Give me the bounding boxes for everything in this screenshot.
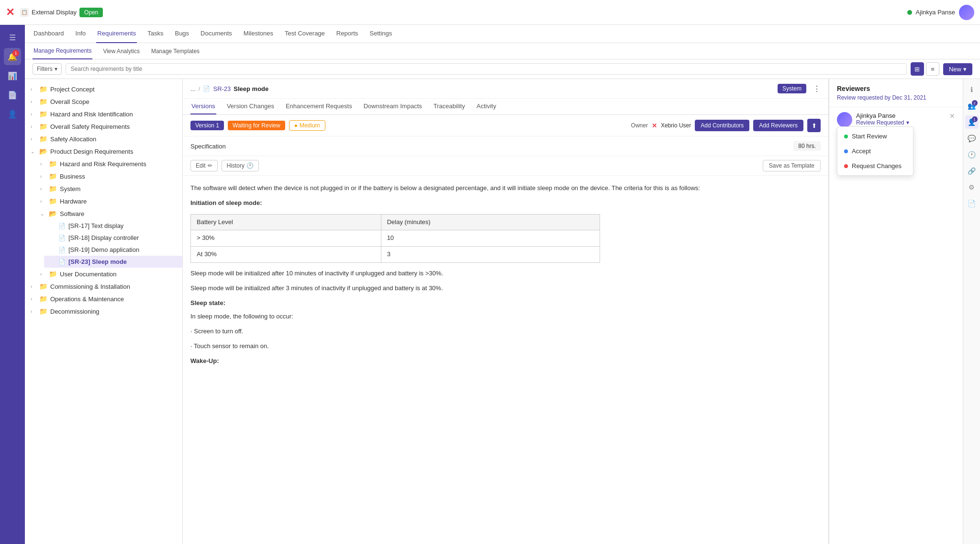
sub-tab-view-analytics[interactable]: View Analytics [102,43,140,59]
tree-item-sr-23[interactable]: 📄 [SR-23] Sleep mode [44,256,182,268]
document-icon[interactable]: 📄 [965,197,979,210]
tree-label: Hazard and Risk Identification [50,111,133,118]
info-icon[interactable]: ℹ [965,83,979,96]
edit-button[interactable]: Edit ✏ [190,160,218,171]
chat-icon[interactable]: 💬 [965,132,979,145]
more-options-icon[interactable]: ⋮ [813,84,821,93]
reviewer-close-button[interactable]: ✕ [949,112,955,120]
reviewer-active-icon[interactable]: 👤 1 [965,115,979,129]
dropdown-item-start-review[interactable]: Start Review [837,129,913,144]
doc-icon: 📄 [58,259,66,265]
search-input[interactable] [66,63,907,75]
users-icon[interactable]: 👥 2 [965,99,979,113]
notification-badge: 1 [12,50,19,57]
history-button[interactable]: History 🕐 [222,160,259,171]
tree-item-software[interactable]: ⌄ 📂 Software [34,207,182,220]
detail-tab-traceability[interactable]: Traceability [433,99,466,114]
reviewer-status-dropdown[interactable]: Review Requested ▾ [856,119,946,126]
tree-children-product-design: › 📁 Hazard and Risk Requirements › 📁 Bus… [25,158,182,280]
tab-tasks[interactable]: Tasks [146,25,164,43]
detail-tabs: Versions Version Changes Enhancement Req… [183,99,828,115]
tree-item-hardware[interactable]: › 📁 Hardware [34,195,182,207]
chevron-right-icon: › [31,284,36,289]
filter-button[interactable]: Filters ▾ [33,63,62,75]
tree-item-commissioning[interactable]: › 📁 Commissioning & Installation [25,280,182,293]
add-reviewers-button[interactable]: Add Reviewers [753,120,803,131]
tree-item-hazard-risk-id[interactable]: › 📁 Hazard and Risk Identification [25,108,182,120]
gear-icon[interactable]: ⚙ [965,181,979,194]
sidebar-user-icon[interactable]: 👤 [4,105,21,123]
clock-history-icon[interactable]: 🕐 [965,148,979,161]
tree-item-sr-17[interactable]: 📄 [SR-17] Text display [44,220,182,232]
priority-label: Medium [300,122,320,129]
reviewer-status-menu: Start Review Accept Request Changes [837,126,913,176]
sidebar-documents-icon[interactable]: 📄 [4,86,21,103]
detail-tab-versions[interactable]: Versions [190,99,216,114]
detail-tab-version-changes[interactable]: Version Changes [226,99,275,114]
tree-label: Safety Allocation [50,136,96,143]
tree-item-hazard-risk-req[interactable]: › 📁 Hazard and Risk Requirements [34,158,182,170]
tab-bugs[interactable]: Bugs [174,25,190,43]
tree-item-business[interactable]: › 📁 Business [34,170,182,182]
tab-requirements[interactable]: Requirements [96,25,137,43]
tab-test-coverage[interactable]: Test Coverage [284,25,326,43]
folder-icon: 📁 [49,160,57,168]
tree-label: Operations & Maintenance [50,295,124,303]
grid-view-button[interactable]: ⊞ [911,62,924,76]
sub-tab-manage-requirements[interactable]: Manage Requirements [33,43,92,59]
req-title: Sleep mode [234,85,268,92]
dropdown-item-request-changes[interactable]: Request Changes [837,159,913,173]
owner-name: Xebrio User [661,122,691,129]
tree-item-overall-safety[interactable]: › 📁 Overall Safety Requirements [25,120,182,133]
list-view-button[interactable]: ≡ [926,62,939,76]
breadcrumb-dots[interactable]: ... [190,85,196,92]
dropdown-label: Start Review [852,133,887,140]
share-button[interactable]: ⬆ [807,119,821,132]
doc-icon: 📄 [58,247,66,253]
tree-label: Commissioning & Installation [50,283,130,290]
project-icon: 📋 [20,8,29,17]
user-avatar[interactable] [959,5,974,20]
detail-tab-activity[interactable]: Activity [476,99,497,114]
chevron-right-icon: › [40,186,46,192]
link-icon[interactable]: 🔗 [965,164,979,178]
chevron-down-icon: ⌄ [40,211,46,216]
nav-tabs: Dashboard Info Requirements Tasks Bugs D… [25,25,980,43]
tree-item-project-concept[interactable]: › 📁 Project Concept [25,83,182,95]
dropdown-item-accept[interactable]: Accept [837,144,913,159]
tab-settings[interactable]: Settings [368,25,393,43]
open-button[interactable]: Open [79,8,103,17]
save-template-button[interactable]: Save as Template [763,160,821,171]
sub-tab-manage-templates[interactable]: Manage Templates [150,43,200,59]
reviewer-item: Ajinkya Panse Review Requested ▾ ✕ Start… [829,107,963,132]
tab-documents[interactable]: Documents [200,25,233,43]
folder-icon: 📁 [49,270,57,278]
new-button[interactable]: New ▾ [943,63,972,75]
sidebar-notifications-icon[interactable]: 🔔 1 [4,48,21,65]
tree-item-user-doc[interactable]: › 📁 User Documentation [34,268,182,280]
tree-item-product-design[interactable]: ⌄ 📂 Product Design Requirements [25,145,182,158]
tab-reports[interactable]: Reports [335,25,359,43]
detail-tab-downstream[interactable]: Downstream Impacts [363,99,423,114]
sidebar-analytics-icon[interactable]: 📊 [4,67,21,84]
owner-label: Owner [631,122,648,129]
sidebar-menu-icon[interactable]: ☰ [4,29,21,46]
tree-item-system[interactable]: › 📁 System [34,182,182,195]
tree-item-safety-allocation[interactable]: › 📁 Safety Allocation [25,133,182,145]
tab-milestones[interactable]: Milestones [243,25,274,43]
tab-dashboard[interactable]: Dashboard [33,25,65,43]
tree-item-sr-19[interactable]: 📄 [SR-19] Demo application [44,244,182,256]
add-contributors-button[interactable]: Add Contributors [695,120,749,131]
view-buttons: ⊞ ≡ [911,62,939,76]
tab-info[interactable]: Info [75,25,87,43]
chevron-right-icon: › [31,136,36,142]
detail-tab-enhancement[interactable]: Enhancement Requests [285,99,353,114]
folder-icon: 📁 [39,110,47,118]
folder-icon: 📁 [39,85,47,93]
tree-item-overall-scope[interactable]: › 📁 Overall Scope [25,95,182,108]
spec-text-3: Sleep mode will be initialized after 3 m… [190,283,821,294]
tree-item-decommissioning[interactable]: › 📁 Decommissioning [25,305,182,317]
tree-item-sr-18[interactable]: 📄 [SR-18] Display controller [44,232,182,244]
user-status-dot [907,10,912,15]
tree-item-operations[interactable]: › 📁 Operations & Maintenance [25,293,182,305]
